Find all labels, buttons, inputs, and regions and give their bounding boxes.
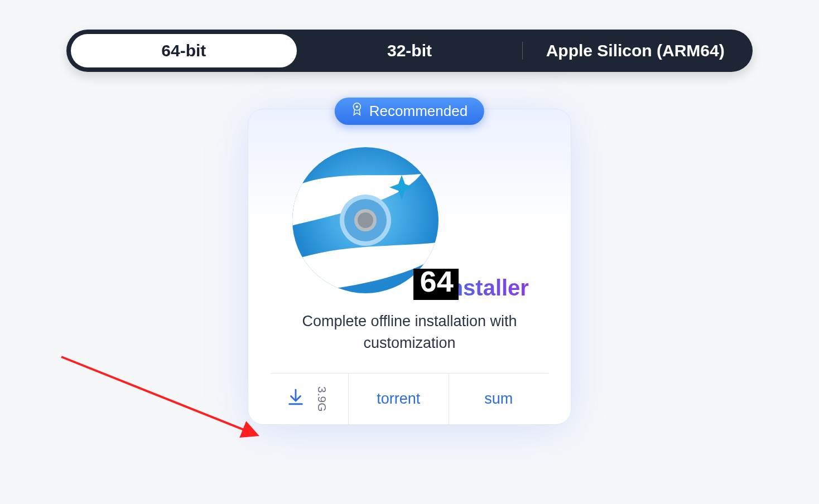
disc-image: 64 xyxy=(290,145,441,295)
svg-point-1 xyxy=(356,105,358,108)
arch-tab-32bit[interactable]: 32-bit xyxy=(297,34,523,67)
annotation-arrow xyxy=(56,351,273,463)
recommended-badge: Recommended xyxy=(335,98,484,125)
arch-badge-64: 64 xyxy=(413,269,459,300)
card-body: 64 Installer Complete offline installati… xyxy=(248,109,571,425)
sum-link[interactable]: sum xyxy=(449,374,549,424)
download-button[interactable]: 3.9G xyxy=(271,374,349,424)
recommended-label: Recommended xyxy=(369,103,468,120)
card-subtitle: Complete offline installation with custo… xyxy=(271,311,548,373)
download-card: Recommended xyxy=(248,109,571,425)
svg-line-8 xyxy=(61,357,257,435)
svg-point-7 xyxy=(358,212,373,228)
arch-tab-64bit[interactable]: 64-bit xyxy=(71,34,297,67)
card-footer: 3.9G torrent sum xyxy=(271,373,548,424)
arch-tabs: 64-bit 32-bit Apple Silicon (ARM64) xyxy=(66,30,753,72)
torrent-link[interactable]: torrent xyxy=(349,374,449,424)
arch-tab-arm64[interactable]: Apple Silicon (ARM64) xyxy=(522,34,748,67)
download-size: 3.9G xyxy=(311,383,333,415)
ribbon-icon xyxy=(351,102,363,120)
download-icon xyxy=(286,387,305,410)
